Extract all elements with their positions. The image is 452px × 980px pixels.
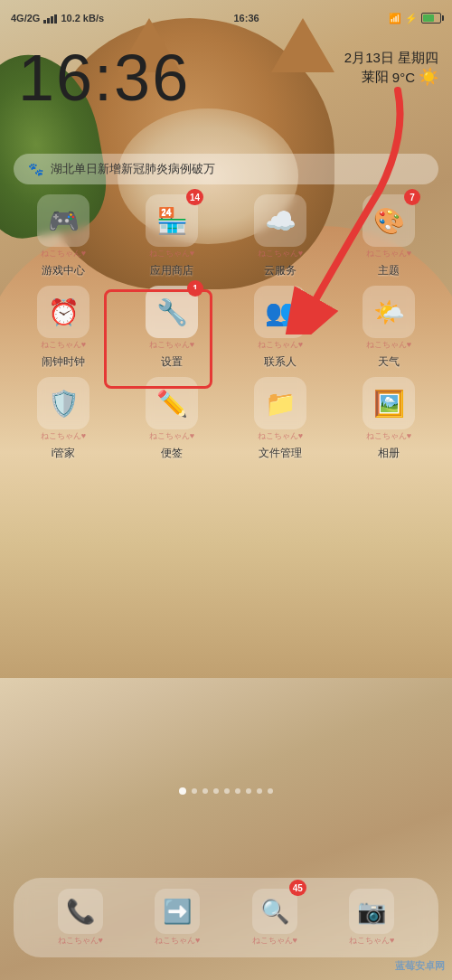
status-time: 16:36 bbox=[233, 13, 259, 24]
notes-icon: ✏️ bbox=[146, 377, 198, 429]
cloud-icon: ☁️ bbox=[254, 194, 306, 247]
browser-icon: ➡️ bbox=[155, 889, 200, 934]
weather-row: 莱阳 9°C ☀️ bbox=[344, 67, 438, 87]
app-grid: 🎮 ねこちゃん♥ 游戏中心 🏪 14 ねこちゃん♥ 应用商店 ☁️ ねこちゃん♥… bbox=[0, 194, 452, 468]
weather-app-icon: 🌤️ bbox=[363, 286, 415, 338]
wifi-text: 📶 bbox=[389, 13, 401, 24]
theme-label: 主题 bbox=[378, 263, 400, 278]
dot-1 bbox=[192, 788, 197, 794]
carrier-text: 4G/2G bbox=[11, 13, 40, 24]
page-dots bbox=[0, 787, 452, 795]
dock-browser[interactable]: ➡️ ねこちゃん♥ bbox=[155, 889, 200, 947]
game-center-icon: 🎮 bbox=[37, 194, 89, 247]
settings-label: 设置 bbox=[161, 354, 183, 370]
dock-search[interactable]: 🔍 45 ねこちゃん♥ bbox=[252, 889, 297, 947]
app-store-badge: 14 bbox=[186, 189, 203, 205]
app-weather[interactable]: 🌤️ ねこちゃん♥ 天气 bbox=[339, 286, 438, 370]
date-area: 2月13日 星期四 莱阳 9°C ☀️ bbox=[344, 50, 438, 87]
app-gallery[interactable]: 🖼️ ねこちゃん♥ 相册 bbox=[339, 377, 438, 461]
gallery-icon: 🖼️ bbox=[363, 377, 415, 429]
battery-icon bbox=[421, 13, 441, 24]
dock-phone[interactable]: 📞 ねこちゃん♥ bbox=[58, 889, 103, 947]
search-badge: 45 bbox=[289, 880, 306, 896]
app-manager[interactable]: 🛡️ ねこちゃん♥ i管家 bbox=[14, 377, 113, 461]
dot-8 bbox=[268, 788, 273, 794]
weather-label: 天气 bbox=[378, 354, 400, 370]
location-text: 莱阳 bbox=[362, 69, 389, 86]
settings-badge: 1 bbox=[187, 280, 203, 297]
gallery-label: 相册 bbox=[378, 446, 400, 461]
files-label: 文件管理 bbox=[259, 446, 302, 461]
signal-bar-2 bbox=[47, 18, 50, 24]
signal-bar-1 bbox=[43, 20, 46, 24]
app-game-center[interactable]: 🎮 ねこちゃん♥ 游戏中心 bbox=[14, 194, 113, 278]
contacts-icon: 👥 bbox=[254, 286, 306, 338]
bottom-dock: 📞 ねこちゃん♥ ➡️ ねこちゃん♥ 🔍 45 ねこちゃん♥ 📷 ねこちゃん♥ bbox=[14, 878, 438, 957]
signal-bar-3 bbox=[51, 16, 53, 24]
date-text: 2月13日 星期四 bbox=[344, 50, 438, 67]
files-icon: 📁 bbox=[254, 377, 306, 429]
watermark: 蓝莓安卓网 bbox=[395, 959, 445, 973]
dock-camera[interactable]: 📷 ねこちゃん♥ bbox=[349, 889, 394, 947]
battery-text: ⚡ bbox=[405, 13, 418, 24]
dot-2 bbox=[202, 788, 208, 794]
camera-icon: 📷 bbox=[349, 889, 394, 934]
app-store-label: 应用商店 bbox=[150, 263, 193, 278]
dot-6 bbox=[246, 788, 251, 794]
app-clock[interactable]: ⏰ ねこちゃん♥ 闹钟时钟 bbox=[14, 286, 113, 370]
clock-display: 16:36 bbox=[18, 45, 190, 110]
status-right: 📶 ⚡ bbox=[389, 13, 441, 24]
news-banner[interactable]: 🐾 湖北单日新增新冠肺炎病例破万 bbox=[14, 154, 438, 184]
phone-icon: 📞 bbox=[58, 889, 103, 934]
battery-fill bbox=[423, 14, 434, 22]
clock-icon: ⏰ bbox=[37, 286, 89, 338]
clock-area: 16:36 bbox=[18, 45, 190, 110]
weather-icon: ☀️ bbox=[419, 67, 438, 87]
clock-label: 闹钟时钟 bbox=[42, 354, 85, 370]
notes-label: 便签 bbox=[161, 446, 183, 461]
dot-5 bbox=[235, 788, 240, 794]
app-row-2: ⏰ ねこちゃん♥ 闹钟时钟 🔧 1 ねこちゃん♥ 设置 👥 ねこちゃん♥ 联系人… bbox=[9, 286, 443, 370]
news-text: 湖北单日新增新冠肺炎病例破万 bbox=[51, 161, 215, 177]
dot-3 bbox=[213, 788, 219, 794]
settings-icon: 🔧 1 bbox=[146, 286, 198, 338]
app-files[interactable]: 📁 ねこちゃん♥ 文件管理 bbox=[231, 377, 330, 461]
app-notes[interactable]: ✏️ ねこちゃん♥ 便签 bbox=[122, 377, 221, 461]
app-row-3: 🛡️ ねこちゃん♥ i管家 ✏️ ねこちゃん♥ 便签 📁 ねこちゃん♥ 文件管理… bbox=[9, 377, 443, 461]
status-left: 4G/2G 10.2 kB/s bbox=[11, 13, 104, 24]
search-icon: 🔍 45 bbox=[252, 889, 297, 934]
theme-icon: 🎨 7 bbox=[363, 194, 415, 247]
dot-0 bbox=[179, 787, 186, 795]
signal-bar-4 bbox=[54, 14, 57, 24]
news-icon: 🐾 bbox=[28, 162, 43, 176]
temp-text: 9°C bbox=[392, 70, 415, 85]
app-theme[interactable]: 🎨 7 ねこちゃん♥ 主题 bbox=[339, 194, 438, 278]
game-center-label: 游戏中心 bbox=[42, 263, 85, 278]
theme-badge: 7 bbox=[404, 189, 420, 205]
contacts-label: 联系人 bbox=[264, 354, 297, 370]
status-bar: 4G/2G 10.2 kB/s 16:36 📶 ⚡ bbox=[0, 0, 452, 36]
app-cloud[interactable]: ☁️ ねこちゃん♥ 云服务 bbox=[231, 194, 330, 278]
app-app-store[interactable]: 🏪 14 ねこちゃん♥ 应用商店 bbox=[122, 194, 221, 278]
dot-4 bbox=[224, 788, 230, 794]
dot-7 bbox=[257, 788, 262, 794]
app-row-1: 🎮 ねこちゃん♥ 游戏中心 🏪 14 ねこちゃん♥ 应用商店 ☁️ ねこちゃん♥… bbox=[9, 194, 443, 278]
wallpaper bbox=[0, 0, 452, 980]
manager-label: i管家 bbox=[52, 446, 76, 461]
signal-bars bbox=[43, 13, 57, 24]
app-settings[interactable]: 🔧 1 ねこちゃん♥ 设置 bbox=[122, 286, 221, 370]
cloud-label: 云服务 bbox=[264, 263, 297, 278]
app-store-icon: 🏪 14 bbox=[146, 194, 198, 247]
app-contacts[interactable]: 👥 ねこちゃん♥ 联系人 bbox=[231, 286, 330, 370]
speed-text: 10.2 kB/s bbox=[61, 13, 104, 24]
manager-icon: 🛡️ bbox=[37, 377, 89, 429]
